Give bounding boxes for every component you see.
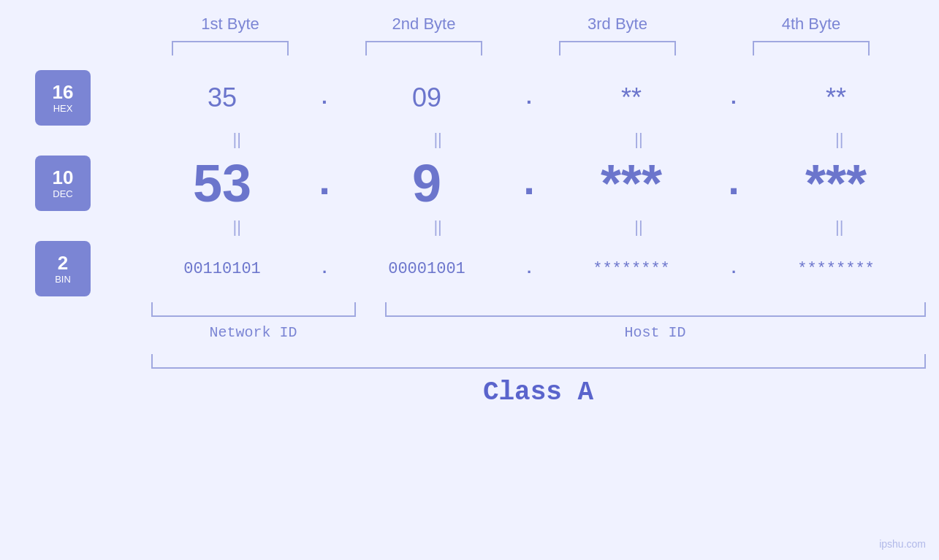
hex-badge-number: 16 [53, 82, 74, 103]
main-container: 1st Byte 2nd Byte 3rd Byte 4th Byte 16 H… [0, 0, 939, 560]
dec-dot-1: . [310, 157, 339, 210]
bin-val-1: 00110101 [134, 260, 310, 278]
top-bracket-3 [521, 41, 715, 55]
hex-badge: 16 HEX [35, 70, 91, 126]
network-bracket [151, 302, 356, 317]
byte1-header: 1st Byte [134, 15, 327, 34]
dec-values: 53 . 9 . *** . *** [134, 153, 939, 213]
dec-dot-3: . [719, 157, 748, 210]
bracket-line-4 [753, 41, 870, 55]
dec-val-1: 53 [134, 153, 310, 213]
hex-values: 35 . 09 . ** . ** [134, 83, 939, 113]
bracket-line-2 [365, 41, 482, 55]
eq-1-2: || [351, 130, 524, 149]
byte-headers: 1st Byte 2nd Byte 3rd Byte 4th Byte [134, 15, 908, 34]
byte4-header: 4th Byte [715, 15, 908, 34]
eq-1-3: || [552, 130, 725, 149]
eq-2-1: || [151, 218, 324, 237]
eq-2-2: || [351, 218, 524, 237]
bin-row: 2 BIN 00110101 . 00001001 . ******** . *… [0, 241, 939, 296]
dec-val-3: *** [544, 153, 719, 213]
class-label-row: Class A [151, 377, 926, 407]
host-bracket [385, 302, 926, 317]
eq-row-2: || || || || [151, 218, 926, 237]
bin-dot-2: . [514, 260, 544, 278]
bin-dot-1: . [310, 260, 339, 278]
byte3-header: 3rd Byte [521, 15, 715, 34]
bin-val-4: ******** [748, 260, 924, 278]
bin-badge-number: 2 [58, 253, 68, 274]
class-bracket-row [151, 354, 926, 369]
byte2-header: 2nd Byte [327, 15, 521, 34]
bottom-labels: Network ID Host ID [151, 324, 926, 341]
eq-2-3: || [552, 218, 725, 237]
bin-badge-label: BIN [55, 274, 71, 285]
eq-2-4: || [753, 218, 926, 237]
dec-badge: 10 DEC [35, 156, 91, 211]
network-id-label: Network ID [151, 324, 356, 341]
bin-dot-3: . [719, 260, 748, 278]
hex-val-2: 09 [339, 83, 514, 113]
hex-badge-label: HEX [53, 103, 73, 114]
dec-row: 10 DEC 53 . 9 . *** . *** [0, 153, 939, 213]
hex-row: 16 HEX 35 . 09 . ** . ** [0, 70, 939, 126]
eq-1-1: || [151, 130, 324, 149]
hex-val-1: 35 [134, 83, 310, 113]
dec-val-2: 9 [339, 153, 514, 213]
top-bracket-4 [715, 41, 908, 55]
bin-val-2: 00001001 [339, 260, 514, 278]
host-id-label: Host ID [385, 324, 926, 341]
bottom-brackets [151, 302, 926, 317]
top-bracket-2 [327, 41, 521, 55]
top-bracket-1 [134, 41, 327, 55]
dec-val-4: *** [748, 153, 924, 213]
bin-values: 00110101 . 00001001 . ******** . *******… [134, 260, 939, 278]
hex-val-4: ** [748, 83, 924, 113]
bin-val-3: ******** [544, 260, 719, 278]
bracket-line-1 [172, 41, 289, 55]
bin-badge: 2 BIN [35, 241, 91, 296]
watermark: ipshu.com [879, 538, 926, 550]
hex-dot-3: . [719, 87, 748, 110]
eq-1-4: || [753, 130, 926, 149]
hex-dot-2: . [514, 87, 544, 110]
top-brackets [134, 41, 908, 55]
bracket-line-3 [559, 41, 676, 55]
eq-row-1: || || || || [151, 130, 926, 149]
class-label: Class A [483, 377, 593, 407]
class-bracket [151, 354, 926, 369]
dec-badge-number: 10 [53, 167, 74, 188]
hex-val-3: ** [544, 83, 719, 113]
dec-badge-label: DEC [53, 188, 72, 199]
bottom-area: Network ID Host ID Class A [151, 302, 926, 407]
hex-dot-1: . [310, 87, 339, 110]
dec-dot-2: . [514, 157, 544, 210]
